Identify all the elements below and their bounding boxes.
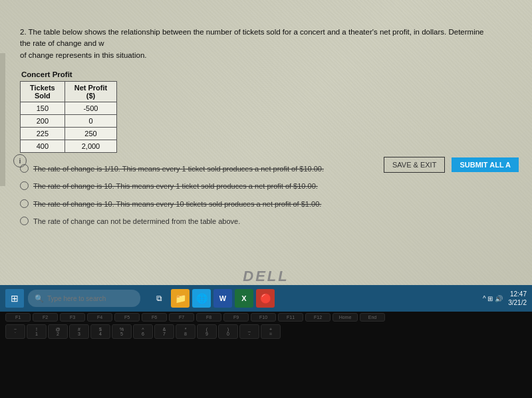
table-row: 400 2,000 — [21, 140, 117, 152]
app-icon-taskview[interactable]: ⧉ — [150, 289, 168, 308]
save-exit-button[interactable]: SAVE & EXIT — [384, 157, 445, 173]
table-section: Concert Profit TicketsSold Net Profit($)… — [20, 70, 525, 153]
options-section: The rate of change is 1/10. This means e… — [20, 163, 525, 227]
key-4[interactable]: $4 — [90, 324, 110, 339]
key-7[interactable]: &7 — [154, 324, 174, 339]
clock: 12:47 3/21/2 — [508, 290, 527, 307]
question-body: The table below shows the relationship b… — [20, 28, 484, 47]
key-8[interactable]: *8 — [176, 324, 196, 339]
keyboard: F1 F2 F3 F4 F5 F6 F7 F8 F9 F10 F11 F12 H… — [0, 312, 532, 398]
dell-logo: DELL — [243, 268, 289, 285]
key-3[interactable]: #3 — [69, 324, 89, 339]
date-display: 3/21/2 — [508, 298, 527, 307]
data-table: TicketsSold Net Profit($) 150 -500 200 0… — [20, 81, 117, 153]
app-icon-browser[interactable]: 🌐 — [192, 289, 211, 308]
screen: 2. The table below shows the relationshi… — [0, 0, 532, 286]
system-icons: ^ ⊞ 🔊 — [483, 295, 503, 302]
table-title: Concert Profit — [21, 70, 525, 78]
cell-tickets-0: 150 — [21, 102, 65, 114]
search-icon: 🔍 — [35, 294, 44, 303]
taskbar-apps: ⧉ 📁 🌐 W X 🔴 — [150, 289, 275, 308]
option-c[interactable]: The rate of change is 10. This means eve… — [20, 199, 525, 210]
key-5[interactable]: %5 — [112, 324, 132, 339]
option-b[interactable]: The rate of change is 10. This means eve… — [20, 181, 525, 192]
taskbar: ⊞ 🔍 ⧉ 📁 🌐 W X 🔴 ^ ⊞ 🔊 12:47 3/21/2 — [0, 285, 532, 312]
cell-profit-0: -500 — [65, 102, 117, 114]
time-display: 12:47 — [508, 290, 527, 298]
option-b-text: The rate of change is 10. This means eve… — [33, 181, 318, 192]
left-edge — [0, 53, 5, 186]
key-end[interactable]: End — [360, 313, 385, 322]
cell-tickets-1: 200 — [21, 114, 65, 127]
search-input[interactable] — [47, 295, 134, 302]
start-button[interactable]: ⊞ — [5, 289, 24, 308]
option-d-text: The rate of change can not be determined… — [33, 216, 240, 227]
app-icon-excel[interactable]: X — [235, 289, 253, 308]
radio-c[interactable] — [20, 199, 29, 208]
key-f11[interactable]: F11 — [278, 313, 303, 322]
question-number: 2. — [20, 28, 27, 36]
key-f7[interactable]: F7 — [169, 313, 194, 322]
key-f12[interactable]: F12 — [305, 313, 331, 322]
app-icon-folder[interactable]: 📁 — [171, 289, 190, 308]
radio-d[interactable] — [20, 217, 29, 225]
key-f3[interactable]: F3 — [60, 313, 85, 322]
cell-profit-3: 2,000 — [65, 140, 117, 152]
key-9[interactable]: (9 — [197, 324, 217, 339]
search-bar[interactable]: 🔍 — [28, 290, 140, 307]
content-area: 2. The table below shows the relationshi… — [20, 27, 525, 234]
key-f2[interactable]: F2 — [33, 313, 58, 322]
col-header-tickets: TicketsSold — [21, 81, 65, 102]
key-backtick[interactable]: ~` — [5, 324, 25, 339]
key-minus[interactable]: _- — [239, 324, 259, 339]
key-1[interactable]: !1 — [27, 324, 47, 339]
key-f6[interactable]: F6 — [142, 313, 167, 322]
question-subtext: of change represents in this situation. — [20, 51, 147, 59]
app-icon-other[interactable]: 🔴 — [256, 289, 275, 308]
taskbar-right: ^ ⊞ 🔊 12:47 3/21/2 — [483, 290, 527, 307]
key-f5[interactable]: F5 — [114, 313, 140, 322]
key-f10[interactable]: F10 — [251, 313, 276, 322]
key-0[interactable]: )0 — [218, 324, 238, 339]
action-buttons: SAVE & EXIT SUBMIT ALL A — [384, 157, 519, 173]
radio-b[interactable] — [20, 181, 29, 190]
cell-tickets-2: 225 — [21, 127, 65, 140]
cell-profit-2: 250 — [65, 127, 117, 140]
app-icon-word[interactable]: W — [213, 289, 232, 308]
option-c-text: The rate of change is 10. This means eve… — [33, 199, 321, 210]
info-icon[interactable]: i — [13, 154, 27, 167]
option-a-text: The rate of change is 1/10. This means e… — [33, 163, 324, 175]
cell-tickets-3: 400 — [21, 140, 65, 152]
submit-button[interactable]: SUBMIT ALL A — [452, 157, 519, 172]
fn-key-row: F1 F2 F3 F4 F5 F6 F7 F8 F9 F10 F11 F12 H… — [0, 312, 532, 323]
question-text: 2. The table below shows the relationshi… — [20, 27, 485, 61]
table-row: 150 -500 — [21, 102, 117, 114]
table-row: 200 0 — [21, 114, 117, 127]
key-equals[interactable]: += — [261, 324, 281, 339]
col-header-profit: Net Profit($) — [65, 81, 117, 102]
option-d[interactable]: The rate of change can not be determined… — [20, 216, 525, 227]
table-row: 225 250 — [21, 127, 117, 140]
key-f1[interactable]: F1 — [5, 313, 31, 322]
key-f8[interactable]: F8 — [196, 313, 221, 322]
key-2[interactable]: @2 — [48, 324, 68, 339]
num-key-row: ~` !1 @2 #3 $4 %5 ^6 &7 *8 (9 )0 _- += — [0, 323, 532, 340]
key-home[interactable]: Home — [332, 313, 358, 322]
cell-profit-1: 0 — [65, 114, 117, 127]
key-6[interactable]: ^6 — [133, 324, 153, 339]
key-f9[interactable]: F9 — [223, 313, 249, 322]
key-f4[interactable]: F4 — [87, 313, 112, 322]
